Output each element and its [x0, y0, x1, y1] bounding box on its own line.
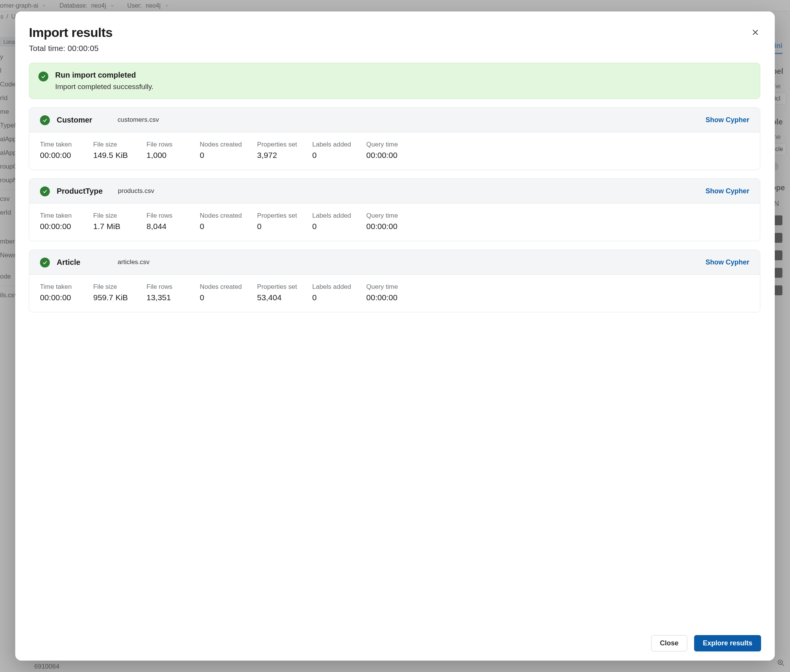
total-time-value: 00:00:05 — [68, 44, 99, 53]
card-header: ProductType products.csv Show Cypher — [29, 179, 760, 203]
modal-header: Import results Total time: 00:00:05 — [29, 25, 761, 53]
check-circle-icon — [40, 115, 50, 125]
metric-file-size: File size1.7 MiB — [93, 212, 131, 231]
metric-file-rows: File rows8,044 — [147, 212, 185, 231]
metric-file-size: File size149.5 KiB — [93, 141, 131, 160]
modal-title: Import results — [29, 25, 113, 40]
metric-time-taken: Time taken00:00:00 — [40, 212, 78, 231]
metric-query-time: Query time00:00:00 — [366, 141, 405, 160]
metric-nodes-created: Nodes created0 — [200, 141, 242, 160]
entity-name: ProductType — [57, 187, 103, 195]
source-file: articles.csv — [118, 258, 150, 266]
entity-name: Customer — [57, 116, 102, 125]
close-button[interactable]: Close — [651, 635, 687, 651]
metric-properties-set: Properties set0 — [257, 212, 297, 231]
success-banner: Run import completed Import completed su… — [29, 63, 760, 99]
check-circle-icon — [40, 258, 50, 267]
check-circle-icon — [40, 186, 50, 196]
banner-title: Run import completed — [55, 71, 154, 80]
card-body: Time taken00:00:00 File size149.5 KiB Fi… — [29, 133, 760, 170]
metric-query-time: Query time00:00:00 — [366, 212, 405, 231]
card-header: Customer customers.csv Show Cypher — [29, 108, 760, 133]
metric-nodes-created: Nodes created0 — [200, 283, 242, 302]
metric-query-time: Query time00:00:00 — [366, 283, 405, 302]
metric-labels-added: Labels added0 — [312, 141, 351, 160]
metric-properties-set: Properties set3,972 — [257, 141, 297, 160]
metric-file-rows: File rows1,000 — [147, 141, 185, 160]
show-cypher-link[interactable]: Show Cypher — [705, 116, 749, 124]
modal-footer: Close Explore results — [29, 627, 761, 651]
metric-labels-added: Labels added0 — [312, 283, 351, 302]
card-body: Time taken00:00:00 File size959.7 KiB Fi… — [29, 275, 760, 312]
metric-time-taken: Time taken00:00:00 — [40, 141, 78, 160]
import-card: Article articles.csv Show Cypher Time ta… — [29, 250, 760, 312]
metric-time-taken: Time taken00:00:00 — [40, 283, 78, 302]
modal-subtitle: Total time: 00:00:05 — [29, 44, 113, 53]
check-circle-icon — [38, 72, 48, 82]
metric-properties-set: Properties set53,404 — [257, 283, 297, 302]
show-cypher-link[interactable]: Show Cypher — [705, 187, 749, 195]
import-card: Customer customers.csv Show Cypher Time … — [29, 107, 760, 170]
modal-body[interactable]: Run import completed Import completed su… — [29, 63, 761, 627]
explore-results-button[interactable]: Explore results — [694, 635, 761, 651]
banner-message: Import completed successfully. — [55, 83, 154, 91]
source-file: products.csv — [118, 187, 154, 195]
metric-file-size: File size959.7 KiB — [93, 283, 131, 302]
metric-nodes-created: Nodes created0 — [200, 212, 242, 231]
source-file: customers.csv — [118, 116, 159, 124]
metric-file-rows: File rows13,351 — [147, 283, 185, 302]
close-icon[interactable] — [750, 27, 761, 40]
card-header: Article articles.csv Show Cypher — [29, 250, 760, 275]
show-cypher-link[interactable]: Show Cypher — [705, 258, 749, 266]
import-card: ProductType products.csv Show Cypher Tim… — [29, 178, 760, 241]
import-results-modal: Import results Total time: 00:00:05 Run … — [15, 11, 775, 661]
metric-labels-added: Labels added0 — [312, 212, 351, 231]
entity-name: Article — [57, 258, 102, 267]
card-body: Time taken00:00:00 File size1.7 MiB File… — [29, 203, 760, 241]
